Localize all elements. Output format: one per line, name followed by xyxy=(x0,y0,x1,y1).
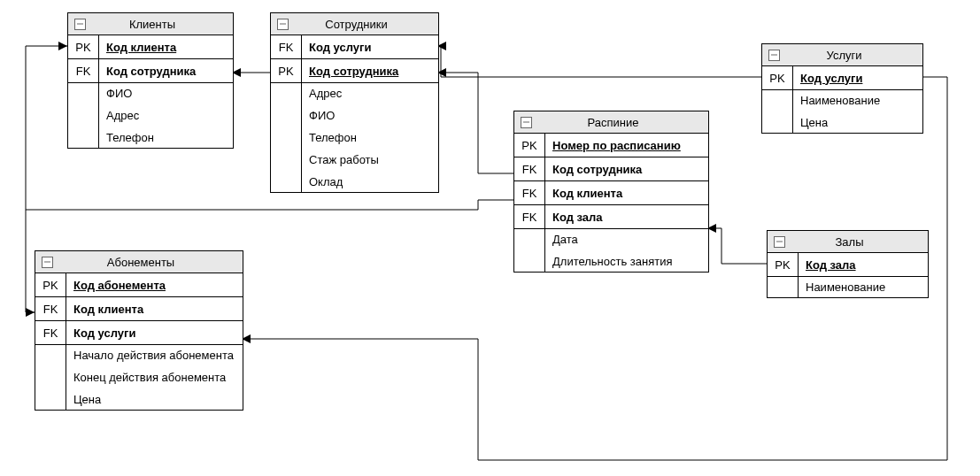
attrs-section: Дата Длительность занятия xyxy=(514,229,708,272)
field-name: Код услуги xyxy=(302,37,378,58)
pk-row: PK Номер по расписанию xyxy=(514,134,708,157)
svg-marker-4 xyxy=(26,308,35,317)
field-name: Наименование xyxy=(800,94,880,107)
entity-header: Сотрудники xyxy=(271,13,438,35)
entity-title: Распиние xyxy=(534,116,708,129)
entity-header: Распиние xyxy=(514,111,708,134)
collapse-icon[interactable] xyxy=(274,19,290,30)
entity-halls[interactable]: Залы PK Код зала Наименование xyxy=(767,230,929,298)
field-name: Наименование xyxy=(806,280,885,294)
key-label: FK xyxy=(514,205,545,228)
entity-title: Абонементы xyxy=(55,256,243,269)
field-name: Код клиента xyxy=(66,299,150,319)
field-name: Длительность занятия xyxy=(552,255,673,268)
field-name: Код сотрудника xyxy=(99,61,203,81)
key-label: FK xyxy=(271,35,302,58)
collapse-icon[interactable] xyxy=(72,19,88,30)
field-name: Код зала xyxy=(799,255,863,275)
field-name: Цена xyxy=(800,116,880,129)
field-name: Код абонемента xyxy=(66,275,173,296)
field-name: Стаж работы xyxy=(309,153,379,166)
field-name: Номер по расписанию xyxy=(545,135,688,156)
field-name: ФИО xyxy=(309,109,379,122)
entity-header: Абонементы xyxy=(35,251,243,273)
entity-title: Услуги xyxy=(782,49,922,62)
field-name: Код услуги xyxy=(66,323,143,343)
field-name: Код сотрудника xyxy=(302,61,405,81)
field-name: Код сотрудника xyxy=(545,159,649,180)
field-name: Начало действия абонемента xyxy=(73,349,234,362)
field-name: Цена xyxy=(73,393,234,406)
entity-subscriptions[interactable]: Абонементы PK Код абонемента FK Код клие… xyxy=(35,250,243,411)
key-label: PK xyxy=(768,253,799,276)
fk-row: FK Код сотрудника xyxy=(514,157,708,181)
collapse-icon[interactable] xyxy=(771,236,787,248)
collapse-icon[interactable] xyxy=(518,117,534,128)
pk-row: PK Код зала xyxy=(768,253,928,277)
pk-row: PK Код клиента xyxy=(68,35,233,59)
attrs-section: Наименование xyxy=(768,277,928,297)
field-name: Адрес xyxy=(309,87,379,100)
entity-title: Клиенты xyxy=(88,18,233,31)
key-label: PK xyxy=(762,66,793,89)
field-name: Код зала xyxy=(545,207,610,227)
entity-header: Клиенты xyxy=(68,13,233,35)
entity-title: Залы xyxy=(787,235,928,249)
field-name: Код услуги xyxy=(793,68,869,88)
key-label: PK xyxy=(271,59,302,82)
fk-row: FK Код сотрудника xyxy=(68,59,233,83)
pk-row: PK Код абонемента xyxy=(35,273,243,297)
fk-row: FK Код клиента xyxy=(35,297,243,321)
key-label: FK xyxy=(35,321,66,344)
key-label: FK xyxy=(68,59,99,82)
fk-row: FK Код услуги xyxy=(271,35,438,59)
field-name: Телефон xyxy=(106,131,154,144)
key-label: FK xyxy=(514,181,545,204)
field-name: Код клиента xyxy=(99,37,183,58)
attrs-section: Наименование Цена xyxy=(762,90,922,133)
field-name: Оклад xyxy=(309,175,379,188)
fk-row: FK Код услуги xyxy=(35,321,243,345)
field-name: Телефон xyxy=(309,131,379,144)
entity-title: Сотрудники xyxy=(290,18,438,31)
field-name: Конец действия абонемента xyxy=(73,371,234,384)
pk-row: PK Код услуги xyxy=(762,66,922,90)
key-label: PK xyxy=(514,134,545,157)
entity-header: Залы xyxy=(768,231,928,253)
collapse-icon[interactable] xyxy=(766,50,782,61)
key-label: PK xyxy=(68,35,99,58)
field-name: Код клиента xyxy=(545,183,629,203)
entity-schedule[interactable]: Распиние PK Номер по расписанию FK Код с… xyxy=(513,111,709,273)
collapse-icon[interactable] xyxy=(39,257,55,268)
key-label: FK xyxy=(35,297,66,320)
pk-row: PK Код сотрудника xyxy=(271,59,438,83)
entity-header: Услуги xyxy=(762,44,922,66)
field-name: ФИО xyxy=(106,87,154,100)
entity-services[interactable]: Услуги PK Код услуги Наименование Цена xyxy=(761,43,923,134)
entity-employees[interactable]: Сотрудники FK Код услуги PK Код сотрудни… xyxy=(270,12,439,193)
entity-clients[interactable]: Клиенты PK Код клиента FK Код сотрудника… xyxy=(67,12,234,149)
key-label: PK xyxy=(35,273,66,296)
attrs-section: Начало действия абонемента Конец действи… xyxy=(35,345,243,410)
field-name: Дата xyxy=(552,233,673,246)
fk-row: FK Код клиента xyxy=(514,181,708,205)
er-diagram-canvas: Клиенты PK Код клиента FK Код сотрудника… xyxy=(0,0,980,476)
field-name: Адрес xyxy=(106,109,154,122)
attrs-section: Адрес ФИО Телефон Стаж работы Оклад xyxy=(271,83,438,192)
attrs-section: ФИО Адрес Телефон xyxy=(68,83,233,148)
svg-marker-3 xyxy=(58,42,67,50)
fk-row: FK Код зала xyxy=(514,205,708,229)
key-label: FK xyxy=(514,157,545,180)
